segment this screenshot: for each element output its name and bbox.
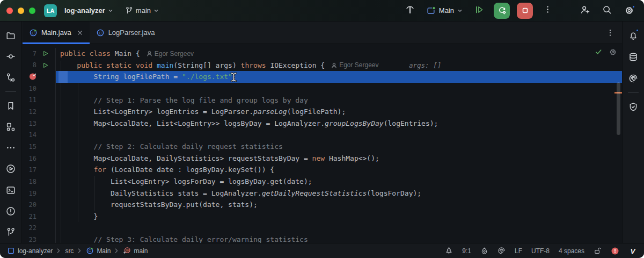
line-number: 18 — [22, 178, 36, 185]
code-text[interactable]: for (LocalDate date : logsByDay.keySet()… — [56, 164, 622, 176]
tab-main-java[interactable]: CMain.java — [23, 22, 90, 44]
gutter[interactable]: 20 — [22, 199, 56, 211]
commit-tool-button[interactable] — [2, 46, 20, 67]
breadcrumb-log-analyzer[interactable]: log-analyzer — [7, 247, 53, 255]
code-editor[interactable]: 7public class Main {Egor Sergeev8 public… — [22, 44, 622, 243]
inspection-settings-gear-icon[interactable] — [609, 48, 617, 56]
commit-icon — [6, 52, 16, 61]
version-control-tool-button[interactable] — [2, 222, 20, 243]
gutter[interactable]: 19 — [22, 188, 56, 199]
run-config-selector[interactable]: Main — [425, 4, 465, 17]
code-text[interactable]: // Step 3: Calculate daily error/warning… — [56, 234, 622, 243]
search-icon — [602, 5, 612, 17]
code-segment: String logFilePath = — [60, 71, 182, 83]
code-text[interactable]: public static void main(String[] args) t… — [56, 60, 622, 71]
ai-assistant-tool-button[interactable] — [624, 68, 642, 89]
run-line-icon[interactable] — [42, 50, 49, 57]
code-text[interactable]: requestStatsByDay.put(date, stats); — [56, 199, 622, 211]
code-text[interactable]: // Step 1: Parse the log file and group … — [56, 95, 622, 106]
project-tool-button[interactable] — [2, 25, 20, 46]
gutter[interactable]: 13 — [22, 118, 56, 130]
encoding-widget[interactable]: UTF-8 — [531, 247, 550, 255]
more-tool-windows-button[interactable] — [2, 137, 20, 158]
gutter[interactable]: 23 — [22, 234, 56, 243]
code-author-widget[interactable]: Egor Sergeev — [147, 50, 194, 58]
code-text[interactable]: // Step 2: Calculate daily request stati… — [56, 141, 622, 153]
status-label: 4 spaces — [559, 247, 584, 255]
error-notification-widget[interactable] — [611, 247, 619, 255]
project-selector[interactable]: log-analyzer — [61, 4, 116, 17]
gutter[interactable]: 15 — [22, 141, 56, 153]
gutter[interactable]: 22 — [22, 223, 56, 234]
code-line-11: 11 // Step 1: Parse the log file and gro… — [22, 95, 622, 106]
code-text[interactable]: public class Main {Egor Sergeev — [56, 48, 622, 60]
status-widgets: 9:1LFUTF-84 spacesV — [445, 247, 637, 255]
code-with-me-button[interactable] — [577, 3, 592, 18]
kebab-icon — [543, 5, 552, 16]
pull-requests-tool-button[interactable] — [2, 67, 20, 88]
code-text[interactable]: DailyStatistics stats = LogAnalyzer.getD… — [56, 188, 622, 199]
line-number: 13 — [22, 120, 36, 127]
gutter[interactable]: 8 — [22, 60, 56, 71]
code-text[interactable]: } — [56, 211, 622, 223]
resume-button[interactable] — [472, 3, 487, 18]
run-tool-button[interactable] — [2, 159, 20, 180]
notifications-button[interactable] — [624, 25, 642, 46]
tab-logparser-java[interactable]: CLogParser.java — [90, 22, 162, 44]
tab-list-options-button[interactable] — [604, 26, 617, 39]
gutter[interactable]: 17 — [22, 164, 56, 176]
code-text[interactable]: Map<LocalDate, DailyStatistics> requestS… — [56, 153, 622, 164]
build-button[interactable] — [402, 3, 418, 18]
terminal-tool-button[interactable] — [2, 180, 20, 200]
code-text[interactable] — [56, 129, 622, 141]
more-actions-button[interactable] — [540, 3, 555, 18]
problems-tool-button[interactable] — [2, 200, 20, 221]
branch-selector[interactable]: main — [122, 4, 162, 17]
indent-widget[interactable]: 4 spaces — [559, 247, 584, 255]
gutter[interactable] — [22, 71, 56, 83]
code-author-widget[interactable]: Egor Sergeev — [331, 61, 378, 69]
ai-status-widget[interactable] — [497, 247, 506, 255]
breadcrumb-main[interactable]: mmain — [123, 247, 148, 255]
shield-check-icon — [628, 102, 638, 112]
breakpoint-icon[interactable] — [29, 73, 36, 80]
code-text[interactable]: List<LogEntry> logEntries = LogParser.pa… — [56, 106, 622, 118]
readonly-toggle[interactable] — [594, 247, 602, 255]
vertical-scrollbar[interactable] — [617, 82, 620, 135]
code-text[interactable]: Map<LocalDate, List<LogEntry>> logsByDay… — [56, 118, 622, 130]
minimize-window-button[interactable] — [18, 8, 24, 14]
gutter[interactable]: 18 — [22, 176, 56, 188]
caret-position-widget[interactable]: 9:1 — [462, 247, 471, 255]
gutter[interactable]: 10 — [22, 83, 56, 95]
tree-plugin-widget[interactable] — [445, 247, 453, 255]
gutter[interactable]: 11 — [22, 95, 56, 106]
inspection-widget[interactable] — [595, 48, 617, 56]
settings-button[interactable] — [621, 3, 636, 18]
structure-tool-button[interactable] — [2, 116, 20, 137]
breadcrumb-src[interactable]: src — [65, 247, 74, 255]
code-text[interactable] — [56, 83, 622, 95]
line-separator-widget[interactable]: LF — [515, 247, 522, 255]
code-text[interactable]: List<LogEntry> logsForDay = logsByDay.ge… — [56, 176, 622, 188]
gutter[interactable]: 12 — [22, 106, 56, 118]
close-tab-icon[interactable] — [77, 30, 83, 36]
vim-plugin-widget[interactable]: V — [628, 247, 637, 255]
stop-button[interactable] — [517, 3, 533, 19]
zoom-window-button[interactable] — [29, 8, 35, 14]
gutter[interactable]: 16 — [22, 153, 56, 164]
rerun-debug-button[interactable] — [494, 3, 510, 19]
database-tool-button[interactable] — [624, 46, 642, 68]
code-segment: "./logs.txt" — [182, 71, 232, 83]
gutter[interactable]: 7 — [22, 48, 56, 60]
search-everywhere-button[interactable] — [599, 3, 614, 18]
gutter[interactable]: 21 — [22, 211, 56, 223]
security-analysis-tool-button[interactable] — [624, 96, 642, 118]
bookmarks-tool-button[interactable] — [2, 95, 20, 116]
leaf-plugin-widget[interactable] — [480, 247, 488, 255]
code-text[interactable]: String logFilePath = "./logs.txt"; — [56, 71, 622, 83]
close-window-button[interactable] — [6, 8, 13, 14]
run-line-icon[interactable] — [42, 62, 49, 69]
breadcrumb-main[interactable]: CMain — [86, 247, 111, 255]
code-text[interactable] — [56, 223, 622, 234]
gutter[interactable]: 14 — [22, 129, 56, 141]
